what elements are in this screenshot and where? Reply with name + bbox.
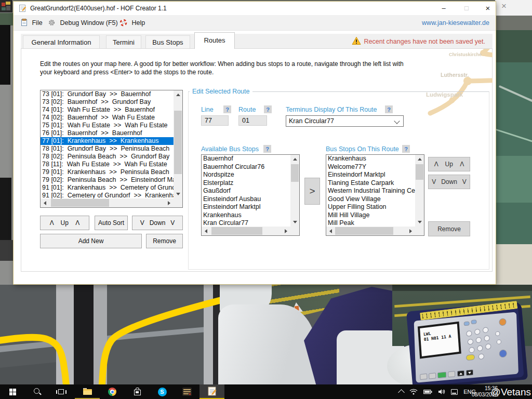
menu-file[interactable]: File bbox=[21, 15, 43, 31]
scroll-left-icon[interactable] bbox=[326, 227, 335, 235]
list-item[interactable]: 79 [02]: Peninsula Beach >> Einsteindorf… bbox=[41, 176, 174, 184]
close-button[interactable]: × bbox=[477, 2, 498, 15]
list-item[interactable]: Good View Village bbox=[326, 195, 415, 204]
vertical-scrollbar[interactable] bbox=[415, 155, 424, 227]
menu-debug-window[interactable]: Debug Window (F5) bbox=[48, 15, 118, 31]
list-item[interactable]: 78 [02]: Peninsula Beach >> Grundorf Bay bbox=[41, 153, 174, 161]
scrollbar-thumb[interactable] bbox=[291, 164, 299, 182]
website-link[interactable]: www.jan-kiesewalter.de bbox=[422, 15, 489, 31]
list-item[interactable]: 78 [11]: Wah Fu Estate >> Wah Fu Estate bbox=[41, 161, 174, 168]
scroll-down-icon[interactable] bbox=[290, 218, 299, 227]
taskbar-omsi[interactable] bbox=[175, 384, 200, 399]
list-item[interactable]: Kran Circular77 bbox=[202, 219, 290, 227]
list-item[interactable]: Elsterplatz bbox=[202, 179, 290, 188]
scrollbar-thumb[interactable] bbox=[335, 227, 393, 235]
list-item[interactable]: 78 [01]: Grundorf Bay >> Peninsula Beach bbox=[41, 145, 174, 153]
taskbar-chrome[interactable] bbox=[100, 384, 125, 399]
list-item[interactable]: Einsteindorf Marktpl bbox=[326, 171, 415, 179]
route-field[interactable]: 01 bbox=[238, 115, 267, 126]
task-view-button[interactable] bbox=[49, 384, 74, 399]
list-item[interactable]: Welcome77Y bbox=[326, 163, 415, 171]
taskbar-hof-creator-active[interactable] bbox=[200, 384, 224, 399]
scroll-left-icon[interactable] bbox=[202, 227, 210, 235]
scroll-right-icon[interactable] bbox=[282, 227, 290, 235]
list-item[interactable]: 76 [01]: Bauernhof >> Bauernhof bbox=[41, 129, 174, 137]
list-item[interactable]: Nordspitze bbox=[202, 171, 290, 179]
list-item[interactable]: 73 [02]: Bauernhof >> Grundorf Bay bbox=[41, 98, 174, 106]
taskbar-skype[interactable] bbox=[150, 384, 175, 399]
auto-sort-button[interactable]: Auto Sort bbox=[95, 216, 128, 230]
list-item[interactable]: Western Industrial Training Cer bbox=[326, 187, 415, 195]
list-item[interactable]: Bauernhof bbox=[202, 155, 290, 163]
scroll-left-icon[interactable] bbox=[41, 198, 49, 207]
list-item[interactable]: 74 [02]: Bauernhof >> Wah Fu Estate bbox=[41, 114, 174, 122]
list-item[interactable]: Mill Hill Village bbox=[326, 211, 415, 220]
list-item[interactable]: Tianing Estate Carpark bbox=[326, 179, 415, 188]
horizontal-scrollbar[interactable] bbox=[202, 227, 290, 235]
list-item[interactable]: 77 [01]: Krankenhaus >> Krankenhaus bbox=[41, 137, 174, 145]
route-down-button[interactable]: V Down V bbox=[132, 216, 183, 230]
list-item[interactable]: Gaußdorf bbox=[202, 187, 290, 195]
list-item[interactable]: 91 [02]: Cemetery of Grundorf >> Kranken… bbox=[41, 192, 174, 198]
route-list-horizontal-scrollbar[interactable] bbox=[41, 198, 174, 207]
start-button[interactable] bbox=[0, 384, 25, 399]
battery-icon[interactable] bbox=[423, 389, 432, 394]
list-item[interactable]: Einsteindorf Ausbau bbox=[202, 195, 290, 204]
stop-down-button[interactable]: V Down V bbox=[428, 175, 470, 189]
route-list[interactable]: 73 [01]: Grundorf Bay >> Bauernhof73 [02… bbox=[40, 90, 183, 208]
line-field[interactable]: 77 bbox=[201, 115, 229, 126]
route-list-vertical-scrollbar[interactable] bbox=[174, 90, 182, 198]
terminus-help-icon[interactable]: ? bbox=[385, 105, 393, 113]
route-help-icon[interactable]: ? bbox=[264, 105, 272, 113]
taskbar-windows-store[interactable] bbox=[125, 384, 150, 399]
add-new-route-button[interactable]: Add New bbox=[40, 234, 142, 248]
available-stops-help-icon[interactable]: ? bbox=[263, 145, 271, 153]
scroll-right-icon[interactable] bbox=[406, 227, 415, 235]
list-item[interactable]: Bauernhof Circular76 bbox=[202, 163, 290, 171]
tab-bus-stops[interactable]: Bus Stops bbox=[145, 35, 190, 48]
stop-remove-button[interactable]: Remove bbox=[428, 221, 470, 236]
list-item[interactable]: 75 [01]: Wah Fu Estate >> Wah Fu Estate bbox=[41, 122, 174, 129]
list-item[interactable]: 74 [01]: Wah Fu Estate >> Bauernhof bbox=[41, 106, 174, 114]
scroll-down-icon[interactable] bbox=[174, 190, 182, 198]
scrollbar-thumb[interactable] bbox=[416, 164, 423, 180]
tab-routes[interactable]: Routes bbox=[194, 32, 235, 49]
list-item[interactable]: 79 [01]: Krankenhaus >> Peninsula Beach bbox=[41, 168, 174, 176]
scroll-up-icon[interactable] bbox=[290, 155, 299, 164]
list-item[interactable]: Mill Peak bbox=[326, 219, 415, 227]
scroll-up-icon[interactable] bbox=[415, 155, 424, 164]
tray-chevron-up-icon[interactable] bbox=[398, 389, 405, 396]
add-stop-to-route-button[interactable]: > bbox=[304, 178, 320, 205]
scroll-up-icon[interactable] bbox=[174, 90, 182, 99]
menu-help[interactable]: Help bbox=[119, 15, 145, 31]
scrollbar-thumb[interactable] bbox=[174, 111, 182, 174]
available-bus-stops-list[interactable]: BauernhofBauernhof Circular76NordspitzeE… bbox=[201, 154, 300, 236]
scroll-down-icon[interactable] bbox=[415, 218, 424, 227]
stop-up-button[interactable]: Λ Up Λ bbox=[428, 157, 470, 171]
taskbar-search-button[interactable] bbox=[25, 384, 50, 399]
list-item[interactable]: Krankenhaus bbox=[202, 211, 290, 220]
vertical-scrollbar[interactable] bbox=[290, 155, 299, 227]
scrollbar-thumb[interactable] bbox=[51, 199, 109, 207]
bus-stops-on-route-list[interactable]: KrankenhausWelcome77YEinsteindorf Marktp… bbox=[326, 154, 424, 236]
remove-route-button[interactable]: Remove bbox=[146, 234, 183, 248]
list-item[interactable]: Krankenhaus bbox=[326, 155, 415, 163]
list-item[interactable]: 73 [01]: Grundorf Bay >> Bauernhof bbox=[41, 90, 174, 98]
on-route-stops-help-icon[interactable]: ? bbox=[402, 145, 410, 153]
tab-general-information[interactable]: General Information bbox=[23, 35, 100, 48]
horizontal-scrollbar[interactable] bbox=[326, 227, 415, 235]
terminus-display-dropdown[interactable]: Kran Circular77 bbox=[286, 115, 404, 127]
title-bar[interactable]: GreatGrundorf2(E400user).hof - HOF Creat… bbox=[14, 2, 496, 15]
list-item[interactable]: Einsteindorf Marktpl bbox=[202, 203, 290, 211]
wifi-icon[interactable] bbox=[409, 389, 418, 395]
taskbar-file-explorer[interactable] bbox=[75, 384, 100, 399]
speaker-icon[interactable] bbox=[438, 389, 445, 395]
list-item[interactable]: 91 [01]: Krankenhaus >> Cemetery of Grun… bbox=[41, 184, 174, 192]
route-up-button[interactable]: Λ Up Λ bbox=[40, 216, 89, 230]
minimize-button[interactable]: – bbox=[433, 2, 454, 15]
list-item[interactable]: Upper Filling Station bbox=[326, 203, 415, 211]
tab-termini[interactable]: Termini bbox=[106, 35, 141, 48]
action-center-icon[interactable] bbox=[451, 389, 458, 395]
line-help-icon[interactable]: ? bbox=[223, 105, 231, 113]
scrollbar-thumb[interactable] bbox=[211, 227, 262, 235]
